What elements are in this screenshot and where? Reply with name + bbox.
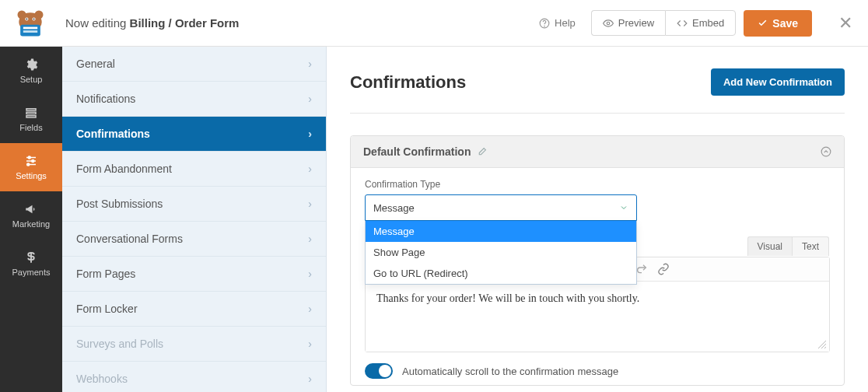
chevron-right-icon: › [308,93,312,105]
rail-item-payments[interactable]: Payments [0,240,62,288]
svg-point-21 [27,163,30,166]
check-icon [758,18,768,28]
left-rail: Setup Fields Settings Marketing Payments [0,47,62,392]
message-text: Thanks for your order! We will be in tou… [376,292,639,304]
embed-button[interactable]: Embed [665,10,736,36]
help-link[interactable]: Help [531,11,583,35]
help-label: Help [555,17,576,29]
embed-label: Embed [692,17,724,29]
rail-item-setup[interactable]: Setup [0,47,62,95]
collapse-panel-button[interactable] [821,146,831,157]
submenu-item-conversational-forms[interactable]: Conversational Forms › [62,222,326,257]
rail-item-marketing[interactable]: Marketing [0,191,62,240]
svg-point-12 [607,22,610,25]
submenu-label: Confirmations [76,128,150,140]
dollar-icon [24,250,38,264]
submenu-item-webhooks[interactable]: Webhooks › [62,362,326,392]
submenu-label: General [76,58,115,70]
submenu-item-surveys-polls[interactable]: Surveys and Polls › [62,327,326,362]
main-content: Confirmations Add New Confirmation Defau… [327,47,868,392]
rail-label: Settings [16,171,47,180]
confirmation-type-label: Confirmation Type [365,179,830,190]
main-header: Confirmations Add New Confirmation [350,68,845,114]
submenu-label: Notifications [76,93,135,105]
rail-label: Setup [20,75,43,84]
rail-label: Marketing [12,219,50,229]
editor-tab-text[interactable]: Text [792,236,829,256]
link-button[interactable] [656,262,670,276]
form-title: Now editing Billing / Order Form [65,16,239,30]
submenu-item-confirmations[interactable]: Confirmations › [62,117,326,152]
rail-label: Fields [19,123,42,132]
save-label: Save [772,17,798,30]
header-actions: Help Preview Embed Save ✕ [531,9,857,38]
bullhorn-icon [24,202,38,216]
save-button[interactable]: Save [744,10,812,37]
resize-handle[interactable] [818,341,826,348]
submenu-label: Conversational Forms [76,233,183,245]
dropdown-option-redirect[interactable]: Go to URL (Redirect) [366,263,636,284]
svg-point-7 [26,18,28,19]
svg-rect-5 [23,30,37,33]
panel-header[interactable]: Default Confirmation [351,136,844,168]
rail-label: Payments [12,268,51,277]
svg-point-19 [32,160,34,163]
submenu-item-form-pages[interactable]: Form Pages › [62,257,326,292]
submenu-item-post-submissions[interactable]: Post Submissions › [62,187,326,222]
page-title: Confirmations [350,72,466,93]
rail-item-settings[interactable]: Settings [0,143,62,191]
chevron-right-icon: › [308,303,312,315]
confirmation-type-dropdown: Message Show Page Go to URL (Redirect) [365,221,637,285]
dropdown-option-message[interactable]: Message [366,221,636,242]
rail-item-fields[interactable]: Fields [0,95,62,143]
submenu-label: Post Submissions [76,198,163,210]
dropdown-option-show-page[interactable]: Show Page [366,242,636,263]
submenu-item-form-locker[interactable]: Form Locker › [62,292,326,327]
sliders-icon [24,154,38,168]
builder-header: Now editing Billing / Order Form Help Pr… [0,0,868,47]
code-icon [677,18,688,29]
eye-icon [603,18,614,29]
submenu-label: Webhooks [76,373,128,385]
submenu-label: Form Locker [76,303,138,315]
confirmation-type-select-wrap: Message Message Show Page Go to URL (Red… [365,194,637,221]
chevron-right-icon: › [308,198,312,210]
chevron-right-icon: › [308,338,312,350]
chevron-up-icon [821,146,831,157]
preview-button[interactable]: Preview [591,10,665,36]
close-builder-button[interactable]: ✕ [834,9,857,38]
svg-point-9 [33,18,35,19]
preview-label: Preview [618,17,654,29]
list-icon [24,106,38,120]
svg-point-11 [544,26,545,26]
submenu-item-general[interactable]: General › [62,47,326,82]
submenu-item-notifications[interactable]: Notifications › [62,82,326,117]
svg-rect-15 [26,116,36,117]
chevron-right-icon: › [308,268,312,280]
svg-point-22 [821,147,831,156]
editor-textarea[interactable]: Thanks for your order! We will be in tou… [366,282,829,352]
svg-rect-14 [26,112,36,114]
auto-scroll-toggle[interactable] [365,363,393,379]
confirmation-type-select[interactable]: Message [365,194,637,221]
chevron-right-icon: › [308,373,312,385]
settings-submenu: General › Notifications › Confirmations … [62,47,327,392]
confirmation-panel: Default Confirmation Confirmation Type M… [350,135,845,386]
submenu-item-form-abandonment[interactable]: Form Abandonment › [62,152,326,187]
svg-point-17 [28,156,30,159]
select-value: Message [373,202,415,214]
chevron-right-icon: › [308,233,312,245]
editing-prefix: Now editing [65,16,130,30]
chevron-right-icon: › [308,163,312,175]
pencil-icon[interactable] [477,147,487,157]
editor-tab-visual[interactable]: Visual [747,236,792,256]
close-icon: ✕ [838,13,852,33]
svg-rect-4 [23,26,37,29]
chevron-right-icon: › [308,128,312,140]
chevron-down-icon [619,203,628,212]
add-confirmation-button[interactable]: Add New Confirmation [711,68,845,96]
panel-title-text: Default Confirmation [363,145,471,158]
svg-rect-13 [26,109,36,110]
gear-icon [24,58,38,72]
submenu-label: Form Pages [76,268,135,280]
